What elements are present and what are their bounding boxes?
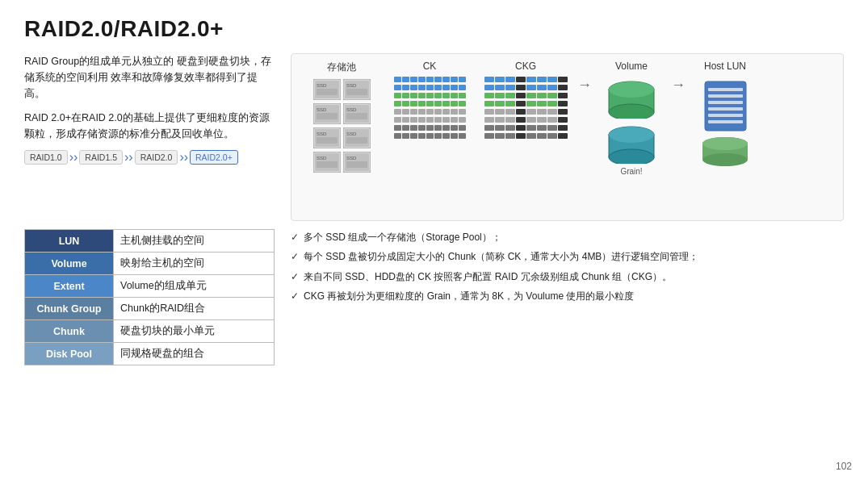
arrow-3: ›› [179, 150, 188, 165]
bottom-section: LUN 主机侧挂载的空间 Volume 映射给主机的空间 Extent Volu… [24, 229, 844, 365]
ssd-icon-3a: SSD [313, 127, 341, 148]
ck-cell [418, 77, 426, 82]
ck-cell [442, 77, 450, 82]
description2: RAID 2.0+在RAID 2.0的基础上提供了更细粒度的资源颗粒，形成存储资… [24, 110, 275, 142]
ssd-row-2: SSD SSD [313, 103, 371, 124]
ck-cell [459, 77, 466, 82]
svg-rect-41 [708, 88, 743, 91]
svg-text:SSD: SSD [346, 83, 357, 88]
volume-section: Volume [595, 61, 668, 176]
ckg-section: CKG [477, 61, 574, 139]
page-number: 102 [836, 461, 852, 472]
volume-cylinder-2 [606, 125, 658, 164]
term-name-diskpool: Disk Pool [25, 343, 114, 365]
term-name-chunkgroup: Chunk Group [25, 298, 114, 320]
ck-strip-row-6 [394, 117, 466, 123]
ck-cell [426, 77, 434, 82]
term-name-extent: Extent [25, 275, 114, 298]
svg-text:SSD: SSD [346, 156, 357, 161]
raid-label-1: RAID1.0 [24, 150, 68, 165]
svg-point-50 [702, 137, 748, 150]
host-lun-section: Host LUN [689, 61, 761, 168]
ckg-row-8 [484, 133, 568, 139]
ckg-row-6 [484, 117, 568, 123]
svg-rect-44 [708, 107, 743, 111]
ckg-row-7 [484, 125, 568, 131]
ck-strip-row-8 [394, 133, 466, 139]
term-desc-volume: 映射给主机的空间 [114, 253, 275, 275]
ck-cell [434, 77, 442, 82]
arrow-1: ›› [69, 150, 78, 165]
ck-strip-row-2 [394, 85, 466, 90]
term-desc-lun: 主机侧挂载的空间 [114, 230, 275, 253]
left-text-block: RAID Group的组成单元从独立的 硬盘到硬盘切块，存储系统的空间利用 效率… [24, 53, 275, 221]
raid-step-2: RAID1.5 [79, 150, 123, 165]
svg-point-34 [609, 104, 654, 119]
svg-rect-45 [708, 114, 743, 117]
ssd-icon-3b: SSD [343, 127, 371, 148]
table-row-volume: Volume 映射给主机的空间 [25, 253, 275, 275]
raid-label-3: RAID2.0 [135, 150, 178, 165]
svg-rect-19 [317, 137, 338, 144]
svg-rect-43 [708, 101, 743, 104]
term-name-chunk: Chunk [25, 320, 114, 343]
note-4: CKG 再被划分为更细粒度的 Grain，通常为 8K，为 Voulume 使用… [291, 288, 844, 304]
svg-rect-46 [708, 120, 743, 123]
note-2: 每个 SSD 盘被切分成固定大小的 Chunk（简称 CK，通常大小为 4MB）… [291, 248, 844, 265]
col-header-ck: CK [423, 61, 437, 72]
notes-area: 多个 SSD 组成一个存储池（Storage Pool）； 每个 SSD 盘被切… [291, 229, 844, 365]
svg-rect-15 [346, 113, 367, 119]
ck-cell [394, 77, 401, 82]
slide: RAID2.0/RAID2.0+ RAID Group的组成单元从独立的 硬盘到… [0, 0, 868, 480]
term-name-volume: Volume [25, 253, 114, 275]
raid-label-2: RAID1.5 [79, 150, 123, 165]
col-header-hostlun: Host LUN [704, 61, 746, 72]
table-row-lun: LUN 主机侧挂载的空间 [25, 230, 275, 253]
storage-pool-section: 存储池 SSD [301, 61, 382, 176]
ckg-row-5 [484, 109, 568, 115]
svg-rect-11 [317, 113, 338, 119]
host-lun-doc [703, 80, 748, 132]
svg-text:SSD: SSD [317, 156, 327, 161]
ck-strip-row-7 [394, 125, 466, 131]
arrow-to-hostlun: → [671, 61, 686, 94]
ck-cell [410, 77, 417, 82]
term-name-lun: LUN [25, 230, 114, 253]
raid-step-1: RAID1.0 [24, 150, 68, 165]
svg-rect-27 [317, 161, 338, 168]
svg-point-49 [702, 153, 748, 166]
raid-label-4: RAID2.0+ [190, 150, 238, 165]
description1: RAID Group的组成单元从独立的 硬盘到硬盘切块，存储系统的空间利用 效率… [24, 53, 275, 102]
term-desc-extent: Volume的组成单元 [114, 275, 275, 298]
ssd-row-3: SSD SSD [313, 127, 371, 148]
grain-label: Grain! [620, 167, 642, 176]
svg-text:SSD: SSD [346, 131, 357, 136]
col-header-storage-pool: 存储池 [327, 61, 356, 74]
table-row-chunk: Chunk 硬盘切块的最小单元 [25, 320, 275, 343]
svg-point-38 [609, 149, 654, 164]
ssd-icon-4a: SSD [313, 152, 341, 173]
top-section: RAID Group的组成单元从独立的 硬盘到硬盘切块，存储系统的空间利用 效率… [24, 53, 844, 221]
term-desc-diskpool: 同规格硬盘的组合 [114, 343, 275, 365]
table-row-chunkgroup: Chunk Group Chunk的RAID组合 [25, 298, 275, 320]
ck-cell [402, 77, 409, 82]
svg-rect-3 [317, 89, 338, 95]
ckg-strips [484, 77, 568, 139]
ckg-row-4 [484, 101, 568, 106]
ssd-rows: SSD SSD [313, 79, 371, 176]
raid-step-4: RAID2.0+ [190, 150, 238, 165]
ck-strip-row-5 [394, 109, 466, 115]
ssd-icon-1a: SSD [313, 79, 341, 100]
ckg-row-2 [484, 85, 568, 90]
volume-cylinders [606, 80, 658, 164]
svg-text:SSD: SSD [317, 107, 327, 112]
ck-strip-row-4 [394, 101, 466, 106]
col-header-volume: Volume [615, 61, 648, 72]
term-desc-chunkgroup: Chunk的RAID组合 [114, 298, 275, 320]
host-lun-icons [699, 80, 752, 168]
ck-strip-row-3 [394, 93, 466, 98]
host-lun-cylinder [699, 137, 752, 168]
raid-step-3: RAID2.0 [135, 150, 178, 165]
ck-cell [451, 77, 458, 82]
note-3: 来自不同 SSD、HDD盘的 CK 按照客户配置 RAID 冗余级别组成 Chu… [291, 269, 844, 285]
